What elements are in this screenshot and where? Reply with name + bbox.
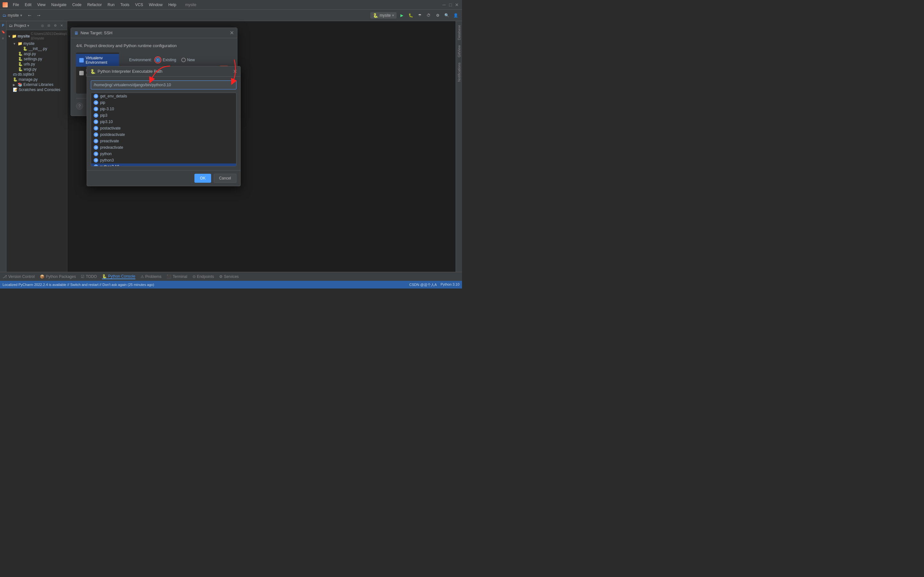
menu-edit[interactable]: Edit [22, 2, 34, 8]
menu-help[interactable]: Help [166, 2, 179, 8]
file-list-item[interactable]: ⚙python [91, 151, 236, 157]
right-tab-notifications[interactable]: Notifications [457, 60, 462, 84]
menu-window[interactable]: Window [146, 2, 165, 8]
interpreter-ok-button[interactable]: OK [194, 174, 211, 183]
environment-field: Environment: Existing [123, 56, 228, 63]
title-bar: File Edit View Navigate Code Refactor Ru… [0, 0, 462, 10]
file-list-item[interactable]: ⚙pip-3.10 [91, 106, 236, 112]
file-list-item[interactable]: ⚙get_env_details [91, 93, 236, 99]
status-version-control[interactable]: ⎇ Version Control [3, 274, 35, 279]
status-services[interactable]: ⚙ Services [219, 274, 239, 279]
project-selector[interactable]: 🗂 mysite ▾ [3, 13, 22, 18]
forward-button[interactable]: → [35, 11, 43, 19]
tab-virtualenv-env[interactable]: Virtualenv Environment [76, 54, 119, 67]
dialog-interpreter-body: /home/jing/.virtualenvs/django/bin/pytho… [87, 77, 240, 170]
right-sidebar: Database GitView Notifications [456, 21, 462, 272]
project-panel-header: 🗂 Project ▾ ◎ ⊟ ⚙ ✕ [6, 21, 67, 30]
tree-file-asgi[interactable]: 🐍 asgi.py [6, 51, 67, 56]
menu-run[interactable]: Run [105, 2, 117, 8]
status-python-console[interactable]: 🐍 Python Console [102, 274, 136, 279]
services-icon: ⚙ [219, 274, 223, 279]
menu-view[interactable]: View [35, 2, 48, 8]
project-icon[interactable]: P [0, 23, 6, 28]
tree-folder-mysite[interactable]: ▼ 📁 mysite [6, 41, 67, 46]
run-button[interactable]: ▶ [398, 11, 405, 19]
file-icon: ⚙ [94, 152, 98, 156]
menu-vcs[interactable]: VCS [132, 2, 145, 8]
status-problems[interactable]: ⚠ Problems [141, 274, 162, 279]
dialog-interpreter-footer: OK Cancel [87, 170, 240, 186]
tree-file-db[interactable]: 🗃 db.sqlite3 [6, 72, 67, 77]
status-python-packages[interactable]: 📦 Python Packages [40, 274, 76, 279]
locate-file-icon[interactable]: ◎ [39, 23, 45, 29]
radio-existing[interactable]: Existing [154, 56, 176, 63]
interpreter-cancel-button[interactable]: Cancel [214, 174, 236, 183]
dialog-new-target-close[interactable]: ✕ [230, 30, 234, 36]
user-button[interactable]: 👤 [452, 11, 459, 19]
search-button[interactable]: 🔍 [443, 11, 451, 19]
radio-new-circle [181, 58, 186, 62]
tree-file-init[interactable]: ▶ 🐍 __init__.py [6, 46, 67, 51]
menu-bar[interactable]: File Edit View Navigate Code Refactor Ru… [10, 2, 179, 8]
tree-file-manage[interactable]: 🐍 manage.py [6, 77, 67, 82]
file-list-item[interactable]: ⚙postdeactivate [91, 131, 236, 138]
back-button[interactable]: ← [26, 11, 34, 19]
right-tab-gitview[interactable]: GitView [457, 43, 462, 60]
settings-button[interactable]: ⚙ [434, 11, 441, 19]
dialog-interpreter-close[interactable]: ✕ [233, 68, 237, 74]
menu-navigate[interactable]: Navigate [49, 2, 69, 8]
tree-root-mysite[interactable]: ▼ 📁 mysite C:\Users\15011\Desktop\项目\mys… [6, 31, 67, 41]
maximize-button[interactable]: □ [448, 2, 453, 7]
minimize-button[interactable]: ─ [441, 2, 447, 7]
menu-tools[interactable]: Tools [118, 2, 132, 8]
tree-file-settings[interactable]: 🐍 settings.py [6, 56, 67, 61]
menu-code[interactable]: Code [69, 2, 84, 8]
file-name-label: pip3.10 [100, 119, 113, 124]
radio-new[interactable]: New [181, 58, 195, 62]
profile-button[interactable]: ⏱ [425, 11, 433, 19]
status-todo[interactable]: ☑ TODO [81, 274, 97, 279]
bookmark-icon[interactable]: 🔖 [0, 29, 6, 35]
endpoints-icon: ⊙ [192, 274, 196, 279]
bottom-bar-user: CSDN @这个人A [409, 282, 437, 287]
right-tab-database[interactable]: Database [457, 23, 462, 43]
tree-file-wsgi[interactable]: 🐍 wsgi.py [6, 67, 67, 72]
status-terminal[interactable]: ⬛ Terminal [166, 274, 187, 279]
file-list-item[interactable]: ⚙pip [91, 99, 236, 106]
run-config-selector[interactable]: 🐍 mysite ▾ [370, 12, 397, 19]
radio-existing-circle [156, 58, 160, 62]
file-icon: ⚙ [94, 126, 98, 131]
tree-scratches-consoles[interactable]: 📝 Scratches and Consoles [6, 87, 67, 92]
file-list-item[interactable]: ⚙preactivate [91, 138, 236, 144]
dialog-new-target-titlebar: 🖥 New Target: SSH ✕ [71, 28, 237, 38]
project-panel-title: 🗂 Project ▾ [9, 23, 29, 28]
tree-file-urls[interactable]: 🐍 urls.py [6, 61, 67, 67]
radio-existing-label: Existing [163, 58, 176, 62]
file-list-item[interactable]: ⚙python3.10 [91, 163, 236, 166]
file-list-item[interactable]: ⚙pip3 [91, 112, 236, 119]
left-icons-sidebar: P 🔖 ≡ [0, 21, 6, 272]
debug-button[interactable]: 🐛 [407, 11, 415, 19]
options-icon[interactable]: ⚙ [52, 23, 58, 29]
dialog-interpreter-title-text: 🐍 Python Interpreter Executable Path [90, 69, 162, 74]
menu-refactor[interactable]: Refactor [85, 2, 104, 8]
file-list-item[interactable]: ⚙python3 [91, 157, 236, 163]
close-button[interactable]: ✕ [454, 2, 459, 7]
project-tree: ▼ 📁 mysite C:\Users\15011\Desktop\项目\mys… [6, 30, 67, 272]
dialog-help-button[interactable]: ? [76, 103, 83, 110]
hide-panel-icon[interactable]: ✕ [59, 23, 65, 29]
python-packages-icon: 📦 [40, 274, 45, 279]
status-endpoints[interactable]: ⊙ Endpoints [192, 274, 214, 279]
tree-external-libraries[interactable]: ▶ 📚 External Libraries [6, 82, 67, 87]
terminal-icon: ⬛ [166, 274, 171, 279]
environment-radio-group: Existing New [154, 56, 195, 63]
coverage-button[interactable]: ☂ [416, 11, 423, 19]
file-list-item[interactable]: ⚙pip3.10 [91, 119, 236, 125]
file-list-item[interactable]: ⚙predeactivate [91, 144, 236, 151]
menu-file[interactable]: File [10, 2, 21, 8]
structure-icon[interactable]: ≡ [0, 35, 6, 41]
collapse-all-icon[interactable]: ⊟ [46, 23, 52, 29]
file-icon: ⚙ [94, 94, 98, 98]
file-list-item[interactable]: ⚙postactivate [91, 125, 236, 131]
interpreter-path-input[interactable]: /home/jing/.virtualenvs/django/bin/pytho… [91, 81, 236, 89]
